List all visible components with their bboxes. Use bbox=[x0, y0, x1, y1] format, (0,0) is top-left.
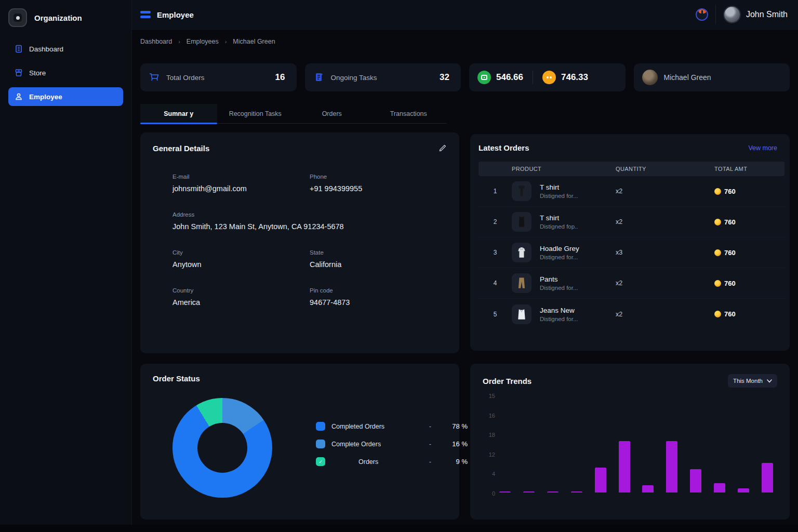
order-status-donut bbox=[172, 398, 272, 498]
menu-toggle-icon[interactable] bbox=[140, 11, 151, 18]
tab-bar: Sumnar y Recognition Tasks Orders Transa… bbox=[140, 104, 447, 124]
jacket-icon bbox=[514, 307, 529, 322]
green-value: 546.66 bbox=[496, 72, 523, 83]
total-amount: 760 bbox=[724, 218, 736, 226]
month-filter-dropdown[interactable]: This Month bbox=[728, 374, 777, 388]
product-desc: Distigned for... bbox=[540, 285, 578, 291]
product-thumbnail bbox=[512, 273, 531, 293]
edit-pencil-icon[interactable] bbox=[438, 144, 447, 152]
sidebar-item-dashboard[interactable]: Dashboard bbox=[8, 39, 123, 58]
tab-summary[interactable]: Sumnar y bbox=[140, 104, 217, 123]
cart-icon bbox=[149, 72, 160, 83]
breadcrumb-employees[interactable]: Employees bbox=[187, 38, 219, 45]
table-row[interactable]: 5 Jeans New Distigned for... x2 760 bbox=[478, 299, 784, 329]
breadcrumb-current: Michael Green bbox=[233, 38, 275, 45]
sidebar-item-label: Dashboard bbox=[29, 45, 63, 53]
quantity: x2 bbox=[616, 280, 714, 287]
phone-label: Phone bbox=[310, 174, 447, 180]
orange-coin-icon bbox=[542, 71, 556, 84]
general-details-card: General Details E-mail johnsmith@gmail.c… bbox=[140, 132, 459, 353]
employee-avatar bbox=[642, 70, 658, 85]
check-icon: ✓ bbox=[318, 459, 323, 464]
ongoing-tasks-card: Ongoing Tasks 32 bbox=[305, 63, 461, 91]
orders-table-header: PRODUCT QUANTITY TOTAL AMT bbox=[478, 162, 784, 176]
user-menu[interactable]: John Smith bbox=[723, 6, 788, 23]
quantity: x2 bbox=[616, 311, 714, 318]
order-status-title: Order Status bbox=[153, 374, 447, 383]
total-amount: 760 bbox=[724, 188, 736, 195]
total-orders-card: Total Orders 16 bbox=[140, 63, 297, 91]
page-title: Employee bbox=[157, 10, 194, 19]
trend-bar bbox=[619, 441, 630, 493]
general-details-title: General Details bbox=[153, 144, 209, 153]
chevron-down-icon bbox=[767, 379, 772, 383]
city-label: City bbox=[172, 249, 310, 256]
country-field-group: Country America bbox=[172, 287, 310, 307]
breadcrumb-dashboard[interactable]: Dashboard bbox=[140, 38, 172, 45]
tasks-icon bbox=[313, 72, 325, 83]
product-thumbnail bbox=[512, 304, 531, 324]
legend-item: ✓ Orders - 9 % bbox=[316, 457, 468, 466]
legend-item: Completed Orders - 78 % bbox=[316, 422, 468, 431]
country-value: America bbox=[172, 298, 310, 307]
tshirt-icon bbox=[514, 183, 529, 199]
trend-bar bbox=[571, 491, 582, 493]
tab-recognition-tasks[interactable]: Recognition Tasks bbox=[217, 104, 294, 123]
product-name: T shirt bbox=[540, 214, 578, 222]
avatar bbox=[723, 6, 741, 23]
product-desc: Distigned fop.. bbox=[540, 223, 578, 230]
trend-bar bbox=[738, 488, 749, 493]
table-row[interactable]: 1 T shirt Distigned for... x2 760 bbox=[478, 176, 784, 207]
dashboard-icon bbox=[15, 45, 23, 53]
phone-value: +91 994399955 bbox=[310, 184, 447, 193]
notification-icon[interactable] bbox=[696, 8, 708, 21]
tab-transactions[interactable]: Transactions bbox=[370, 104, 447, 123]
stats-row: Total Orders 16 Ongoing Tasks 32 546.66 … bbox=[140, 63, 790, 91]
product-name: Hoadle Grey bbox=[540, 245, 579, 252]
quantity: x3 bbox=[616, 249, 714, 256]
coin-icon bbox=[714, 219, 721, 225]
order-trends-card: Order Trends This Month 15 16 18 12 4 0 bbox=[470, 364, 790, 520]
coin-icon bbox=[714, 188, 721, 195]
table-row[interactable]: 2 T shirt Distigned fop.. x2 760 bbox=[478, 207, 784, 237]
latest-orders-title: Latest Orders bbox=[478, 143, 529, 152]
city-value: Anytown bbox=[172, 260, 310, 269]
order-trends-bars bbox=[499, 391, 773, 493]
pincode-label: Pin code bbox=[310, 287, 447, 294]
org-brand: Organization bbox=[0, 0, 131, 39]
order-status-card: Order Status Completed Orders - 78 % Com… bbox=[140, 364, 459, 520]
employee-card: Michael Green bbox=[634, 63, 790, 91]
latest-orders-card: Latest Orders Vew more PRODUCT QUANTITY … bbox=[470, 134, 790, 351]
sidebar-item-store[interactable]: Store bbox=[8, 63, 123, 82]
sidebar: Organization Dashboard Store bbox=[0, 0, 132, 532]
sidebar-item-employee[interactable]: Employee bbox=[8, 87, 123, 106]
tab-orders[interactable]: Orders bbox=[294, 104, 370, 123]
hoodie-icon bbox=[514, 245, 529, 260]
col-total-amt: TOTAL AMT bbox=[714, 166, 784, 172]
product-name: T shirt bbox=[540, 183, 578, 191]
table-row[interactable]: 3 Hoadle Grey Distigned for... x3 760 bbox=[478, 237, 784, 268]
user-name: John Smith bbox=[746, 10, 788, 19]
coin-icon bbox=[714, 280, 721, 287]
order-status-legend: Completed Orders - 78 % Complete Orders … bbox=[316, 422, 468, 466]
product-name: Pants bbox=[540, 275, 578, 283]
pincode-field-group: Pin code 94677-4873 bbox=[310, 287, 447, 307]
product-thumbnail bbox=[512, 181, 531, 201]
green-credit-icon bbox=[477, 71, 491, 84]
table-row[interactable]: 4 Pants Distigned for... x2 760 bbox=[478, 268, 784, 299]
footer-strip bbox=[0, 525, 798, 532]
trend-bar bbox=[642, 485, 654, 493]
org-name: Organization bbox=[34, 14, 82, 22]
trend-bar bbox=[547, 491, 558, 493]
legend-item: Complete Orders - 16 % bbox=[316, 440, 468, 448]
view-more-link[interactable]: Vew more bbox=[748, 144, 777, 152]
coin-icon bbox=[714, 249, 721, 256]
address-field-group: Address John Smith, 123 Main St, Anytown… bbox=[172, 211, 447, 231]
total-amount: 760 bbox=[724, 310, 736, 318]
ongoing-tasks-label: Ongoing Tasks bbox=[331, 74, 377, 82]
address-value: John Smith, 123 Main St, Anytown, CA 912… bbox=[172, 222, 447, 231]
col-product: PRODUCT bbox=[512, 166, 616, 172]
balance-card: 546.66 746.33 bbox=[469, 63, 626, 91]
sidebar-item-label: Employee bbox=[29, 93, 62, 101]
sidebar-item-label: Store bbox=[29, 69, 46, 77]
